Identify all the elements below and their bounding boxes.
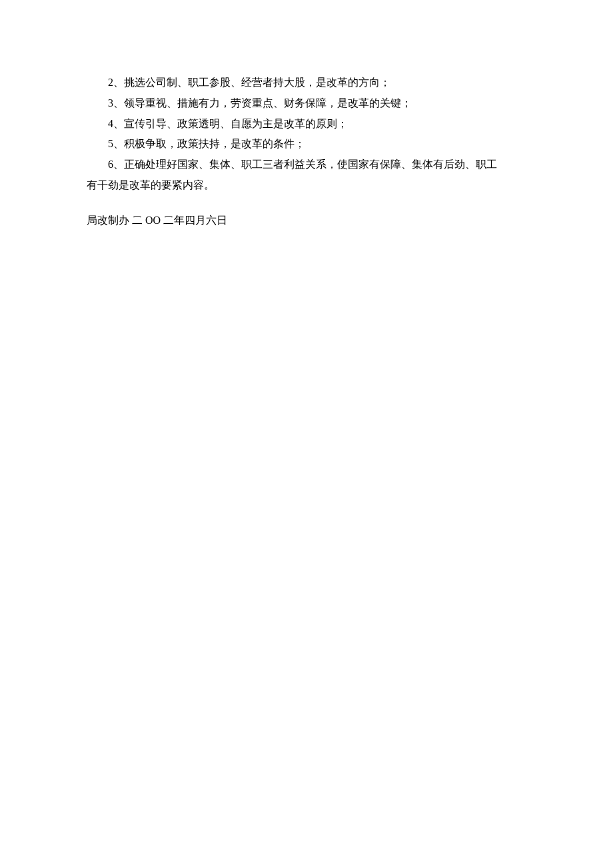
list-item-5: 5、积极争取，政策扶持，是改革的条件； bbox=[87, 135, 526, 154]
list-item-4: 4、宣传引导、政策透明、自愿为主是改革的原则； bbox=[87, 115, 526, 134]
list-item-6-line2: 有干劲是改革的要紧内容。 bbox=[87, 176, 526, 195]
list-item-6-line1: 6、正确处理好国家、集体、职工三者利益关系，使国家有保障、集体有后劲、职工 bbox=[87, 155, 526, 175]
signature-line: 局改制办 二 OO 二年四月六日 bbox=[87, 211, 526, 230]
list-item-3: 3、领导重视、措施有力，劳资重点、财务保障，是改革的关键； bbox=[87, 94, 526, 113]
list-item-2: 2、挑选公司制、职工参股、经营者持大股，是改革的方向； bbox=[87, 73, 526, 93]
